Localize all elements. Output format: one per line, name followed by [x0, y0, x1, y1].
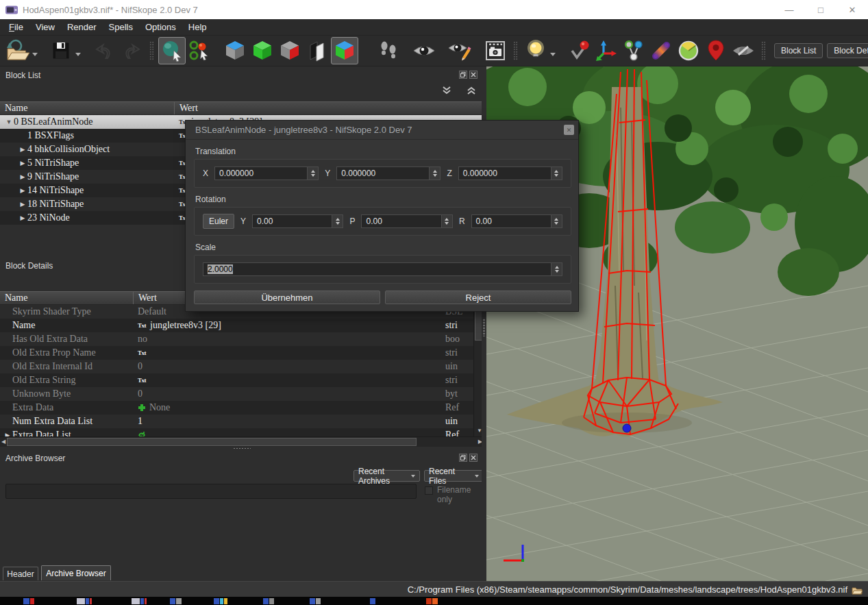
scale-spinbox[interactable]: 2.0000 — [203, 262, 562, 276]
expander-icon[interactable]: ▶ — [18, 201, 27, 208]
block-details-hscrollbar[interactable]: ◀ ▶ — [0, 436, 484, 447]
scrollbar-thumb[interactable] — [7, 438, 417, 446]
tab-header[interactable]: Header — [3, 567, 38, 580]
cube-red-side-button[interactable] — [276, 37, 303, 64]
translation-y-spinbox[interactable]: 0.000000 — [336, 166, 441, 180]
expander-icon[interactable]: ▶ — [18, 160, 27, 166]
column-header-wert[interactable]: Wert — [175, 102, 484, 114]
draw-planes-button[interactable] — [303, 37, 331, 64]
close-button[interactable]: ✕ — [836, 0, 868, 19]
maximize-button[interactable]: □ — [805, 0, 836, 19]
expand-all-icon[interactable] — [467, 86, 476, 98]
archive-browser-float-button[interactable] — [459, 454, 467, 462]
spin-buttons[interactable] — [332, 215, 343, 227]
redo-button[interactable] — [118, 37, 145, 64]
block-details-toggle-button[interactable]: Block Details — [827, 43, 868, 58]
spin-buttons[interactable] — [429, 167, 440, 180]
apply-button[interactable]: Übernehmen — [194, 291, 380, 304]
spin-buttons[interactable] — [551, 263, 562, 275]
cube-green-button[interactable] — [249, 37, 276, 64]
block-details-row[interactable]: Old Extra Prop NameTxtstri — [0, 346, 484, 360]
expander-icon[interactable]: ▶ — [18, 214, 27, 221]
lighting-dropdown-icon[interactable] — [550, 53, 556, 59]
spin-buttons[interactable] — [551, 167, 562, 180]
screenshot-button[interactable] — [482, 37, 509, 64]
archive-filter-input[interactable] — [5, 484, 417, 499]
dialog-close-button[interactable]: ✕ — [564, 125, 574, 135]
open-file-dropdown-icon[interactable] — [32, 53, 38, 59]
filename-only-checkbox[interactable] — [425, 486, 433, 495]
folder-icon[interactable] — [852, 585, 863, 597]
rotation-y-spinbox[interactable]: 0.00 — [252, 214, 343, 228]
block-list-float-button[interactable] — [459, 71, 467, 79]
block-list-close-button[interactable] — [469, 71, 478, 79]
block-details-row[interactable]: Old Extra Internal Id0uin — [0, 360, 484, 373]
open-file-button[interactable] — [4, 37, 32, 64]
save-file-button[interactable] — [47, 37, 75, 64]
block-details-row[interactable]: ▶Extra Data ListRef — [0, 428, 484, 436]
archive-browser-close-button[interactable] — [469, 454, 478, 462]
translation-z-spinbox[interactable]: 0.000000 — [458, 166, 562, 180]
recent-files-button[interactable]: Recent Files — [424, 470, 484, 482]
recent-archives-button[interactable]: Recent Archives — [354, 470, 420, 482]
spin-buttons[interactable] — [441, 215, 452, 227]
lighting-button[interactable] — [522, 37, 549, 64]
vertex-sphere-select-button[interactable] — [158, 37, 186, 64]
reject-button[interactable]: Reject — [385, 291, 571, 304]
panel-splitter-handle[interactable] — [233, 447, 251, 450]
rotation-p-spinbox[interactable]: 0.00 — [361, 214, 452, 228]
show-axes-button[interactable] — [593, 37, 620, 64]
expander-icon[interactable]: ▶ — [18, 146, 27, 153]
block-list-toggle-button[interactable]: Block List — [774, 43, 823, 58]
edit-visible-button[interactable] — [446, 37, 473, 64]
cube-textures-button[interactable] — [331, 37, 358, 64]
menu-item-render[interactable]: Render — [61, 20, 103, 34]
expander-icon[interactable]: ▶ — [18, 173, 27, 180]
menu-item-view[interactable]: View — [29, 20, 61, 34]
block-details-row[interactable]: Old Extra StringTxtstri — [0, 373, 484, 387]
cube-blue-top-button[interactable] — [221, 37, 249, 64]
block-details-row[interactable]: NameTxtjungletree8v3 [29]stri — [0, 319, 484, 332]
window-title: HodAspen01gkbv3.nif* - NifSkope 2.0 Dev … — [23, 5, 198, 15]
expander-icon[interactable]: ▶ — [18, 187, 27, 194]
translation-x-spinbox[interactable]: 0.000000 — [214, 166, 319, 180]
desktop-icon-strip — [0, 597, 868, 605]
menu-item-spells[interactable]: Spells — [103, 20, 139, 34]
scroll-left-icon[interactable]: ◀ — [1, 439, 5, 445]
show-hidden-button[interactable] — [410, 37, 438, 64]
menu-item-options[interactable]: Options — [139, 20, 182, 34]
vertex-color-select-button[interactable] — [186, 37, 213, 64]
detail-type: uin — [445, 416, 458, 427]
rotation-label: Rotation — [195, 195, 226, 204]
block-details-row[interactable]: Num Extra Data List1uin — [0, 415, 484, 428]
rotation-r-spinbox[interactable]: 0.00 — [471, 214, 562, 228]
block-details-row[interactable]: Extra DataNoneRef — [0, 401, 484, 415]
column-header-name[interactable]: Name — [0, 292, 134, 304]
minimize-button[interactable]: — — [773, 0, 805, 19]
expander-icon[interactable]: ▼ — [4, 119, 14, 125]
save-file-dropdown-icon[interactable] — [75, 53, 81, 59]
file-path-text: C:/Program Files (x86)/Steam/steamapps/c… — [408, 582, 847, 597]
dialog-title-bar[interactable]: BSLeafAnimNode - jungletree8v3 - NifSkop… — [186, 121, 578, 140]
visibility-off-button[interactable] — [730, 37, 757, 64]
menu-item-file[interactable]: File — [3, 20, 29, 34]
menu-item-help[interactable]: Help — [182, 20, 213, 34]
tab-archive-browser[interactable]: Archive Browser — [41, 565, 111, 580]
bone-heatmap-button[interactable] — [647, 37, 675, 64]
column-header-name[interactable]: Name — [0, 102, 175, 114]
stats-pie-button[interactable] — [675, 37, 702, 64]
spin-buttons[interactable] — [307, 167, 318, 180]
show-nodes-button[interactable] — [620, 37, 647, 64]
splitter-grip[interactable] — [483, 319, 485, 336]
expander-icon[interactable]: ▶ — [3, 432, 12, 436]
spin-buttons[interactable] — [551, 215, 562, 227]
show-markers-button[interactable] — [702, 37, 730, 64]
euler-button[interactable]: Euler — [203, 214, 234, 229]
block-details-row[interactable]: Unknown Byte0byt — [0, 387, 484, 401]
undo-button[interactable] — [90, 37, 118, 64]
block-details-row[interactable]: Has Old Extra Datanoboo — [0, 332, 484, 346]
walk-mode-button[interactable] — [375, 37, 402, 64]
pin-select-button[interactable] — [565, 37, 593, 64]
transform-dialog: BSLeafAnimNode - jungletree8v3 - NifSkop… — [185, 120, 579, 312]
collapse-all-icon[interactable] — [442, 86, 451, 98]
